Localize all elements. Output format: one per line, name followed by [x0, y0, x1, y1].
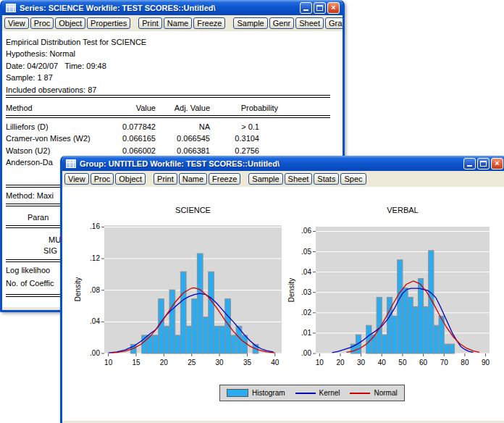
plot-area: [101, 225, 282, 357]
maximize-icon: [316, 5, 323, 11]
y-tick-label: .08: [78, 286, 100, 294]
group-titlebar[interactable]: Group: UNTITLED Workfile: TEST SCORES::U…: [62, 156, 504, 171]
chart-title: VERBAL: [316, 206, 490, 214]
toolbar-button-properties[interactable]: Properties: [87, 17, 130, 29]
toolbar-button-sheet[interactable]: Sheet: [295, 17, 324, 29]
toolbar-button-genr[interactable]: Genr: [269, 17, 294, 29]
chart-science: SCIENCEDensity.00.04.08.12.1610152025303…: [67, 203, 285, 373]
histogram-bar: [413, 306, 418, 353]
chart-legend: HistogramKernelNormal: [219, 385, 405, 401]
histogram-bar: [203, 317, 209, 353]
y-tick-label: .16: [78, 222, 100, 230]
sigma-partial-line: SIG: [43, 246, 57, 255]
report-title-line: Empirical Distribution Test for SCIENCE: [6, 36, 146, 48]
divider-double: [6, 95, 330, 98]
y-tick-label: .05: [290, 248, 311, 256]
desktop: Series: SCIENCE Workfile: TEST SCORES::U…: [0, 0, 504, 423]
histogram-bar: [219, 326, 225, 353]
toolbar-button-print[interactable]: Print: [154, 173, 177, 185]
histogram-bar: [180, 272, 186, 353]
series-window-icon: [6, 4, 16, 12]
toolbar-button-object[interactable]: Object: [55, 17, 85, 29]
x-tick-label: 25: [181, 359, 203, 367]
toolbar-button-sheet[interactable]: Sheet: [285, 173, 313, 185]
toolbar-button-graph[interactable]: Graph: [325, 17, 343, 29]
toolbar-button-sample[interactable]: Sample: [248, 173, 282, 185]
maximize-button[interactable]: [314, 2, 326, 14]
x-tick-label: 90: [475, 359, 497, 367]
histogram-bar: [398, 260, 403, 353]
mu-partial-line: MU: [49, 235, 61, 244]
group-window-icon: [66, 159, 76, 168]
minimize-button[interactable]: [463, 158, 476, 169]
y-tick-label: .01: [290, 329, 311, 337]
x-tick-label: 30: [209, 359, 230, 367]
toolbar-button-freeze[interactable]: Freeze: [193, 17, 225, 29]
toolbar-button-proc[interactable]: Proc: [91, 173, 114, 185]
kernel-swatch-icon: [295, 393, 316, 394]
toolbar-button-name[interactable]: Name: [179, 173, 207, 185]
report-observations-line: Included observations: 87: [6, 84, 146, 96]
toolbar-group: PrintNameFreeze: [154, 173, 242, 185]
y-tick-label: .06: [290, 227, 311, 235]
toolbar-button-proc[interactable]: Proc: [30, 17, 54, 29]
y-tick-label: .12: [78, 254, 100, 262]
x-tick-label: 10: [98, 359, 119, 367]
loglikelihood-partial-line: Log likelihoo: [6, 266, 50, 275]
x-tick-label: 80: [454, 359, 476, 367]
toolbar-button-view[interactable]: View: [4, 17, 29, 29]
toolbar-button-spec[interactable]: Spec: [340, 173, 366, 185]
x-tick-label: 35: [236, 359, 258, 367]
group-window-title: Group: UNTITLED Workfile: TEST SCORES::U…: [80, 159, 463, 168]
histogram-bar: [387, 297, 392, 353]
toolbar-button-stats[interactable]: Stats: [314, 173, 339, 185]
maximize-button[interactable]: [477, 158, 490, 169]
table-row: Cramer-von Mises (W2)0.0661650.0665450.3…: [6, 134, 278, 143]
toolbar-group: SampleGenrSheetGraphStatsIdent: [233, 17, 343, 29]
report-date-line: Date: 04/20/07 Time: 09:48: [6, 60, 146, 72]
close-icon: ×: [495, 159, 499, 167]
report-sample-line: Sample: 1 87: [6, 72, 146, 83]
y-tick-label: .02: [290, 309, 311, 317]
parameter-partial-line: Paran: [28, 213, 49, 222]
histogram-bar: [197, 254, 203, 353]
histogram-bar: [371, 335, 377, 353]
x-tick-label: 10: [308, 359, 330, 367]
x-tick-label: 15: [125, 359, 147, 367]
toolbar-button-sample[interactable]: Sample: [233, 17, 267, 29]
coefficients-partial-line: No. of Coeffic: [6, 279, 54, 288]
y-tick-label: .00: [78, 349, 100, 357]
x-tick-label: 30: [350, 359, 372, 367]
histogram-bar: [159, 299, 164, 353]
toolbar-group: ViewProcObjectProperties: [4, 17, 132, 29]
group-window: Group: UNTITLED Workfile: TEST SCORES::U…: [60, 156, 504, 423]
legend-item: Normal: [350, 389, 397, 397]
x-tick-label: 20: [329, 359, 351, 367]
toolbar-button-name[interactable]: Name: [164, 17, 192, 29]
report-hypothesis-line: Hypothesis: Normal: [6, 48, 146, 59]
table-row: Watson (U2)0.0660020.0663810.2756: [6, 146, 278, 155]
method-partial-line: Method: Maxi: [6, 191, 54, 200]
minimize-icon: [467, 165, 472, 167]
series-toolbar: ViewProcObjectPropertiesPrintNameFreezeS…: [2, 15, 343, 31]
divider-double: [6, 115, 330, 118]
plot-area: [312, 227, 490, 357]
histogram-bar: [444, 344, 449, 353]
histogram-bar: [403, 288, 408, 353]
close-button[interactable]: ×: [327, 2, 340, 14]
minimize-button[interactable]: [300, 2, 312, 14]
toolbar-button-view[interactable]: View: [64, 173, 89, 185]
toolbar-button-freeze[interactable]: Freeze: [209, 173, 240, 185]
histogram-bar: [242, 335, 248, 353]
histogram-bar: [392, 316, 398, 353]
toolbar-button-print[interactable]: Print: [138, 17, 162, 29]
histogram-bar: [164, 326, 169, 353]
close-icon: ×: [331, 4, 335, 12]
series-titlebar[interactable]: Series: SCIENCE Workfile: TEST SCORES::U…: [2, 0, 343, 15]
legend-item: Histogram: [227, 389, 285, 397]
toolbar-button-object[interactable]: Object: [115, 173, 146, 185]
histogram-bar: [186, 326, 192, 353]
chart-verbal: VERBALDensity.00.01.02.03.04.05.06102030…: [281, 203, 498, 373]
close-button[interactable]: ×: [491, 158, 503, 169]
y-tick-label: .00: [290, 349, 311, 357]
